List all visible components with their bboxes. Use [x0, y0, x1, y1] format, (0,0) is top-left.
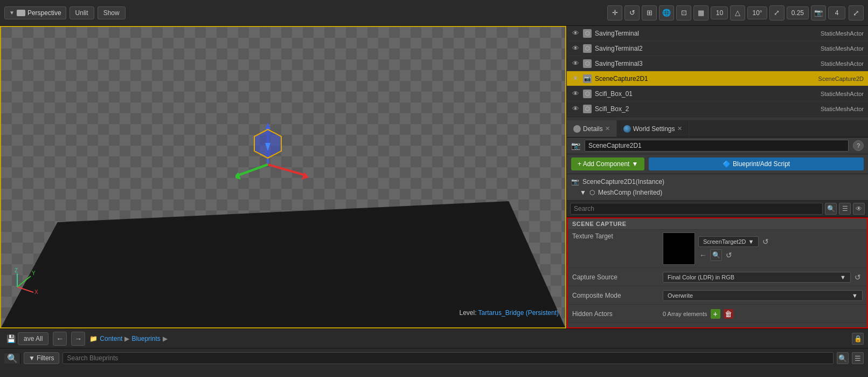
visibility-icon[interactable]: 👁	[571, 60, 580, 67]
maximize-icon[interactable]: ⤢	[769, 5, 784, 20]
section-label: Scene Capture	[572, 221, 627, 227]
outliner-status: 6,359 actors (1 selected) 👁 View Options…	[567, 116, 868, 120]
add-component-button[interactable]: + Add Component ▼	[571, 157, 644, 170]
unlit-button[interactable]: Unlit	[70, 6, 94, 19]
capture-source-value: Final Color (LDR) in RGB ▼ ↺	[663, 272, 863, 283]
content-browser-icon[interactable]: 🔍	[4, 353, 20, 364]
grid-size[interactable]: 10	[711, 6, 728, 19]
rotate-icon[interactable]: ↺	[624, 5, 640, 20]
hidden-actors-array: 0 Array elements + 🗑	[663, 309, 733, 319]
property-search-bar: 🔍 ☰ 👁	[567, 201, 868, 217]
tab-world-settings[interactable]: World Settings ✕	[617, 120, 689, 137]
world-icon[interactable]: 🌐	[659, 5, 674, 20]
level-name[interactable]: Tartarus_Bridge (Persistent)	[478, 309, 559, 317]
save-all-button[interactable]: ave All	[18, 332, 48, 345]
mesh-comp-icon: ⬡	[589, 189, 595, 196]
list-view-button[interactable]: ☰	[839, 203, 851, 215]
texture-reset-button[interactable]: ↺	[761, 237, 770, 246]
actor-icon: ⬡	[583, 44, 592, 53]
mesh-comp-label: MeshComp (Inherited)	[598, 189, 662, 196]
texture-preview	[663, 232, 695, 265]
outliner-row[interactable]: 👁 ⬡ SavingTerminal2 StaticMeshActor	[567, 41, 868, 56]
texture-target-row: Texture Target ScreenTarget2D ▼ ↺	[568, 230, 867, 268]
main-content: Z X Y Level: Tartarus_Bridge (Persistent…	[0, 26, 868, 328]
cam-speed[interactable]: 4	[828, 6, 845, 19]
back-button[interactable]: ←	[53, 332, 67, 346]
hidden-actors-add[interactable]: +	[711, 309, 720, 319]
breadcrumb-sep: ▶	[124, 335, 129, 342]
actor-name-input[interactable]	[585, 140, 849, 152]
visibility-icon[interactable]: 👁	[571, 30, 580, 37]
hidden-actors-value: 0 Array elements + 🗑	[663, 309, 863, 319]
surface-snapping-icon[interactable]: ⊡	[676, 5, 691, 20]
maximize-viewport-button[interactable]: ⤢	[849, 5, 864, 20]
viewport[interactable]: Z X Y Level: Tartarus_Bridge (Persistent…	[0, 26, 566, 328]
content-label[interactable]: Content	[100, 335, 122, 342]
capture-source-reset[interactable]: ↺	[853, 272, 863, 282]
visibility-options-button[interactable]: 👁	[853, 203, 865, 215]
bottom-bar: 💾 ave All ← → 📁 Content ▶ Blueprints ▶ 🔒…	[0, 328, 868, 377]
svg-marker-1	[265, 122, 270, 129]
composite-mode-dropdown[interactable]: Overwrite ▼	[663, 290, 863, 301]
outliner-row[interactable]: 👁 ⬡ Scifi_Box_01 StaticMeshActor	[567, 86, 868, 101]
svg-line-12	[17, 276, 31, 287]
tab-details[interactable]: Details ✕	[567, 120, 617, 137]
capture-source-dropdown[interactable]: Final Color (LDR) in RGB ▼	[663, 272, 851, 283]
scale-value[interactable]: 0.25	[787, 6, 809, 19]
texture-target-value: ScreenTarget2D ▼ ↺ ← 🔍 ↺	[663, 232, 863, 265]
svg-marker-3	[302, 172, 309, 180]
angle-size[interactable]: 10°	[747, 6, 767, 19]
component-instance-row[interactable]: 📷 SceneCapture2D1(Instance)	[571, 176, 864, 187]
tab-close-icon[interactable]: ✕	[677, 125, 682, 132]
visibility-icon[interactable]: 👁	[571, 45, 580, 52]
show-button[interactable]: Show	[98, 6, 126, 19]
mesh-comp-row[interactable]: ▼ ⬡ MeshComp (Inherited)	[571, 187, 864, 198]
visibility-icon[interactable]: 👁	[571, 105, 580, 113]
search-button[interactable]: 🔍	[825, 203, 837, 215]
texture-back-button[interactable]: ←	[698, 250, 708, 260]
property-search-input[interactable]	[570, 203, 823, 215]
blueprints-label[interactable]: Blueprints	[131, 335, 160, 342]
forward-button[interactable]: →	[71, 332, 85, 346]
outliner-row-selected[interactable]: 👁 📷 SceneCapture2D1 SceneCapture2D	[567, 71, 868, 86]
lock-button[interactable]: 🔒	[852, 333, 864, 345]
blueprint-button[interactable]: 🔷 Blueprint/Add Script	[649, 157, 864, 170]
translate-icon[interactable]: ✛	[607, 5, 622, 20]
tab-world-settings-label: World Settings	[633, 125, 675, 133]
content-browser-search[interactable]	[63, 352, 834, 364]
texture-target-label: Texture Target	[572, 232, 658, 240]
viewport-canvas: Z X Y Level: Tartarus_Bridge (Persistent…	[1, 27, 565, 327]
outliner-row[interactable]: 👁 ⬡ SavingTerminal3 StaticMeshActor	[567, 56, 868, 71]
outliner-row[interactable]: 👁 ⬡ SavingTerminal StaticMeshActor	[567, 26, 868, 41]
filters-button[interactable]: ▼ Filters	[24, 352, 59, 364]
axes-gizmo-svg: Z X Y	[12, 268, 39, 295]
camera-speed-icon[interactable]: 📷	[811, 5, 826, 20]
save-all-label: ave All	[24, 335, 43, 342]
texture-target-dropdown[interactable]: ScreenTarget2D ▼	[698, 236, 759, 247]
properties-panel: Scene Capture Texture Target ScreenTarge…	[567, 217, 868, 328]
visibility-icon[interactable]: 👁	[571, 75, 580, 83]
tab-close-icon[interactable]: ✕	[605, 125, 610, 132]
outliner: 👁 ⬡ SavingTerminal StaticMeshActor 👁 ⬡ S…	[567, 26, 868, 120]
texture-target-controls: ScreenTarget2D ▼ ↺ ← 🔍 ↺	[663, 232, 770, 265]
scale-icon[interactable]: ⊞	[642, 5, 657, 20]
visibility-icon[interactable]: 👁	[571, 90, 580, 98]
bottom-bar-header: 💾 ave All ← → 📁 Content ▶ Blueprints ▶ 🔒	[0, 329, 868, 348]
grid-icon[interactable]: ▦	[693, 5, 709, 20]
section-scene-capture: Scene Capture	[568, 218, 867, 230]
texture-extra-button[interactable]: ↺	[724, 250, 734, 260]
blueprint-icon: 🔷	[723, 160, 731, 168]
breadcrumb: 📁 Content ▶ Blueprints ▶	[89, 335, 167, 342]
angle-icon[interactable]: △	[730, 5, 745, 20]
texture-search-button[interactable]: 🔍	[710, 249, 722, 261]
outliner-row[interactable]: 👁 ⬡ Scifi_Box_2 StaticMeshActor	[567, 101, 868, 116]
help-button[interactable]: ?	[853, 140, 864, 151]
filter-icon: ▼	[29, 354, 35, 362]
capture-source-label: Capture Source	[572, 273, 658, 281]
composite-mode-row: Composite Mode Overwrite ▼	[568, 286, 867, 305]
actor-name: SavingTerminal3	[595, 60, 790, 67]
hidden-actors-delete[interactable]: 🗑	[724, 309, 733, 319]
content-view-button[interactable]: ☰	[852, 352, 864, 364]
content-search-button[interactable]: 🔍	[837, 352, 849, 364]
perspective-dropdown[interactable]: ▼ Perspective	[4, 6, 66, 19]
